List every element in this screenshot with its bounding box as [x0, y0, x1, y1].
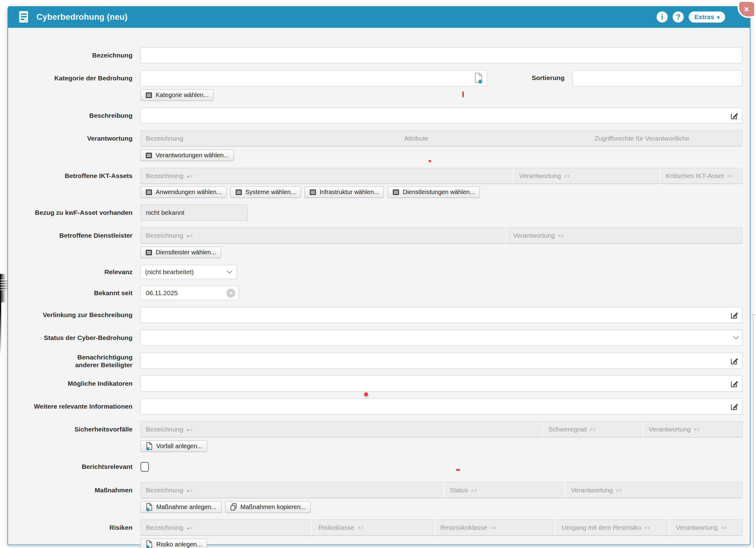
massnahmen-kopieren-button[interactable]: Maßnahmen kopieren...	[225, 501, 311, 513]
sort-asc-icon: ▲∨	[186, 525, 193, 530]
sort-icon: ∧∨	[564, 173, 570, 179]
risiken-table-header: Bezeichnung ▲∨ Risikoklasse ∧∨ Restrisik…	[141, 520, 742, 536]
edit-icon[interactable]	[730, 311, 739, 319]
sortierung-label: Sortierung	[532, 70, 565, 82]
button-label: Risiko anlegen...	[156, 541, 202, 548]
annotation-red-dot-small	[429, 160, 431, 162]
button-label: Vorfall anlegen...	[156, 443, 202, 450]
close-icon: ×	[744, 4, 750, 15]
sort-icon: ∧∨	[615, 487, 622, 493]
anwendungen-waehlen-button[interactable]: Anwendungen wählen...	[141, 186, 227, 198]
column-header-bezeichnung[interactable]: Bezeichnung ▲∨	[146, 228, 193, 243]
column-header-bezeichnung[interactable]: Bezeichnung ▲∨	[146, 168, 193, 183]
row-kategorie: Kategorie der Bedrohung Sortierung	[8, 70, 742, 86]
dienstleistungen-waehlen-button[interactable]: Dienstleistungen wählen...	[388, 186, 480, 198]
status-select[interactable]	[141, 330, 742, 346]
help-icon: ?	[676, 13, 680, 21]
list-icon	[145, 92, 152, 98]
edit-icon[interactable]	[730, 380, 739, 388]
row-bekannt-seit: Bekannt seit 06.11.2025 ×	[8, 286, 742, 300]
new-document-icon	[145, 442, 153, 451]
row-benachrichtigung: Benachrichtigung anderer Beteiligter	[8, 353, 742, 369]
clear-icon[interactable]: ×	[226, 289, 235, 298]
beschreibung-input[interactable]	[141, 107, 742, 124]
column-header-restrisikoklasse[interactable]: Restrisikoklasse ∧∨	[440, 520, 496, 535]
column-header-risikoklasse[interactable]: Risikoklasse ∧∨	[318, 520, 363, 535]
chevron-down-icon	[733, 336, 739, 340]
column-header-bezeichnung[interactable]: Bezeichnung ▲∨	[146, 520, 193, 535]
indikatoren-label: Mögliche Indikatoren	[8, 376, 132, 387]
sort-icon: ∧∨	[557, 233, 564, 238]
bekannt-seit-value: 06.11.2025	[146, 289, 178, 297]
kategorie-input[interactable]	[141, 70, 487, 86]
column-header-verantwortung[interactable]: Verantwortung ∧∨	[513, 228, 564, 243]
column-header-verantwortung[interactable]: Verantwortung ∧∨	[649, 422, 699, 437]
column-separator	[513, 168, 514, 183]
info-button[interactable]: i	[657, 11, 668, 23]
systeme-waehlen-button[interactable]: Systeme wählen...	[230, 186, 301, 198]
column-header-bezeichnung[interactable]: Bezeichnung ▲∨	[146, 483, 193, 498]
column-header-verantwortung[interactable]: Verantwortung ∧∨	[676, 520, 727, 535]
column-header-zugriffsrechte[interactable]: Zugriffsrechte für Verantwortliche	[594, 131, 690, 146]
vorfall-anlegen-button[interactable]: Vorfall anlegen...	[141, 441, 207, 452]
document-icon	[19, 11, 29, 23]
kategorie-label: Kategorie der Bedrohung	[8, 70, 132, 82]
row-verlinkung: Verlinkung zur Beschreibung	[8, 307, 742, 323]
column-header-verantwortung[interactable]: Verantwortung ∧∨	[519, 168, 570, 183]
new-document-icon[interactable]	[473, 73, 483, 84]
column-header-umgang-restrisiko[interactable]: Umgang mit dem Restrisiko ∧∨	[562, 520, 650, 535]
sort-asc-icon: ▲∨	[186, 233, 193, 238]
list-icon	[309, 189, 316, 195]
extras-menu-button[interactable]: Extras ▾	[689, 11, 725, 23]
column-header-kritisches-ikt-asset[interactable]: Kritisches IKT-Asset ∧∨	[666, 168, 733, 183]
infrastruktur-waehlen-button[interactable]: Infrastruktur wählen...	[305, 186, 384, 198]
button-label: Maßnahme anlegen...	[156, 504, 216, 511]
weitere-infos-input[interactable]	[141, 398, 742, 415]
sort-icon: ∧∨	[644, 525, 650, 530]
dienstleister-table-header: Bezeichnung ▲∨ Verantwortung ∧∨	[141, 227, 742, 243]
verlinkung-input[interactable]	[141, 307, 742, 323]
extras-label: Extras	[694, 13, 714, 21]
indikatoren-input[interactable]	[141, 376, 742, 392]
info-icon: i	[661, 13, 663, 21]
underlying-page-edge-vertical	[753, 315, 754, 548]
bekannt-seit-input[interactable]: 06.11.2025 ×	[141, 286, 239, 300]
berichtsrelevant-checkbox[interactable]	[141, 462, 149, 472]
relevanz-select[interactable]: (nicht bearbeitet)	[141, 265, 237, 279]
column-header-bezeichnung[interactable]: Bezeichnung	[146, 131, 183, 146]
column-header-verantwortung[interactable]: Verantwortung ∧∨	[571, 483, 622, 498]
benachrichtigung-input[interactable]	[141, 353, 742, 369]
edit-icon[interactable]	[730, 403, 739, 411]
button-label: Systeme wählen...	[246, 188, 296, 196]
column-header-bezeichnung[interactable]: Bezeichnung ▲∨	[146, 422, 193, 437]
row-status: Status der Cyber-Bedrohung	[8, 330, 742, 346]
column-separator	[505, 228, 506, 243]
help-button[interactable]: ?	[673, 11, 684, 23]
edit-icon[interactable]	[730, 112, 739, 120]
button-label: Verantwortungen wählen...	[156, 152, 229, 159]
underlying-page-edge-horizontal	[751, 314, 756, 315]
annotation-red-dash	[456, 469, 460, 471]
row-massnahmen: Maßnahmen Bezeichnung ▲∨ Status ∧∨ Veran…	[8, 482, 742, 513]
sortierung-input[interactable]	[573, 70, 742, 86]
ikt-assets-table-header: Bezeichnung ▲∨ Verantwortung ∧∨ Kritisch…	[141, 168, 742, 184]
status-input[interactable]	[141, 330, 742, 346]
verantwortungen-waehlen-button[interactable]: Verantwortungen wählen...	[141, 150, 234, 161]
column-header-schweregrad[interactable]: Schweregrad ∧∨	[548, 422, 596, 437]
bezeichnung-input[interactable]	[141, 47, 742, 63]
column-header-attribute[interactable]: Attribute	[404, 131, 428, 146]
column-separator	[565, 483, 566, 498]
sort-icon: ∧∨	[590, 427, 596, 432]
column-header-status[interactable]: Status ∧∨	[450, 483, 477, 498]
row-bezeichnung: Bezeichnung	[8, 47, 742, 63]
button-label: Infrastruktur wählen...	[320, 188, 379, 196]
dienstleister-label: Betroffene Dienstleister	[8, 227, 132, 239]
massnahme-anlegen-button[interactable]: Maßnahme anlegen...	[141, 501, 221, 513]
kwf-asset-label: Bezug zu kwF-Asset vorhanden	[8, 204, 132, 216]
column-separator	[542, 422, 543, 437]
list-icon	[235, 189, 242, 195]
kategorie-waehlen-button[interactable]: Kategorie wählen...	[141, 89, 213, 101]
risiko-anlegen-button[interactable]: Risiko anlegen...	[141, 539, 207, 548]
edit-icon[interactable]	[730, 357, 739, 365]
dienstleister-waehlen-button[interactable]: Dienstleister wählen...	[141, 246, 221, 258]
